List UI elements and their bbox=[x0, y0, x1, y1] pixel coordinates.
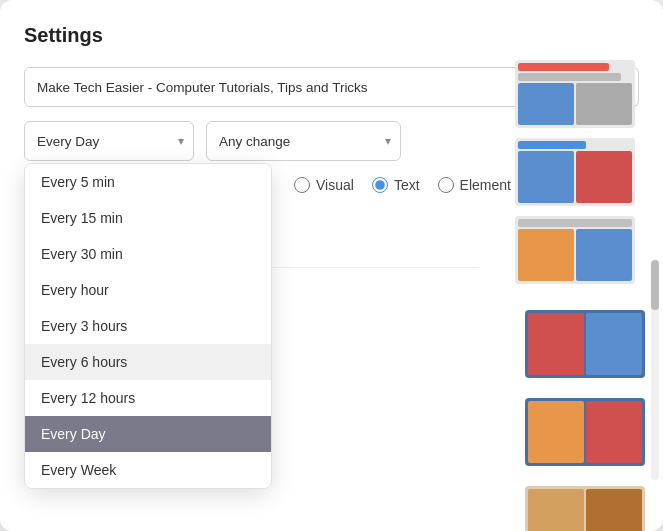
thumb-block bbox=[518, 229, 574, 281]
radio-visual-input[interactable] bbox=[294, 177, 310, 193]
radio-element-input[interactable] bbox=[438, 177, 454, 193]
page-title: Settings bbox=[24, 24, 639, 47]
scrollbar-thumb[interactable] bbox=[651, 260, 659, 310]
scrollbar[interactable] bbox=[651, 260, 659, 480]
thumb-block bbox=[586, 313, 642, 375]
radio-visual[interactable]: Visual bbox=[294, 177, 354, 193]
thumb-block bbox=[576, 229, 632, 281]
option-every-hour[interactable]: Every hour bbox=[25, 272, 271, 308]
thumb-block bbox=[586, 489, 642, 531]
thumb-block bbox=[528, 313, 584, 375]
frequency-dropdown-wrap: Every Day ▾ Every 5 min Every 15 min Eve… bbox=[24, 121, 194, 161]
radio-text-input[interactable] bbox=[372, 177, 388, 193]
thumb-block bbox=[576, 83, 632, 125]
thumb-bar bbox=[518, 63, 609, 71]
thumb-bar bbox=[518, 219, 632, 227]
thumb-img-row bbox=[518, 83, 632, 125]
thumb-img-row bbox=[528, 313, 642, 375]
change-select[interactable]: Any change bbox=[206, 121, 401, 161]
option-every-3-hours[interactable]: Every 3 hours bbox=[25, 308, 271, 344]
thumb-block bbox=[576, 151, 632, 203]
screenshot-thumb-4 bbox=[525, 310, 645, 378]
thumb-block bbox=[586, 401, 642, 463]
thumb-block bbox=[518, 83, 574, 125]
radio-element-label: Element bbox=[460, 177, 511, 193]
radio-text-label: Text bbox=[394, 177, 420, 193]
thumb-block bbox=[528, 489, 584, 531]
screenshot-thumb-1 bbox=[515, 60, 635, 128]
option-every-15-min[interactable]: Every 15 min bbox=[25, 200, 271, 236]
thumb-bar bbox=[518, 141, 586, 149]
screenshot-thumb-5 bbox=[525, 398, 645, 466]
frequency-dropdown-menu: Every 5 min Every 15 min Every 30 min Ev… bbox=[24, 163, 272, 489]
settings-window: Settings ✏️ Every Day ▾ Every 5 min Ever… bbox=[0, 0, 663, 531]
thumb-img-row bbox=[528, 489, 642, 531]
option-every-30-min[interactable]: Every 30 min bbox=[25, 236, 271, 272]
change-dropdown-wrap: Any change ▾ bbox=[206, 121, 401, 161]
thumb-block bbox=[518, 151, 574, 203]
option-every-day[interactable]: Every Day bbox=[25, 416, 271, 452]
bottom-thumbs bbox=[525, 310, 645, 531]
option-every-12-hours[interactable]: Every 12 hours bbox=[25, 380, 271, 416]
screenshot-thumb-2 bbox=[515, 138, 635, 206]
thumb-img-row bbox=[518, 151, 632, 203]
screenshot-thumb-3 bbox=[515, 216, 635, 284]
screenshot-thumb-6 bbox=[525, 486, 645, 531]
thumb-img-row bbox=[528, 401, 642, 463]
thumb-bar bbox=[518, 73, 621, 81]
option-every-week[interactable]: Every Week bbox=[25, 452, 271, 488]
right-panel bbox=[515, 60, 645, 294]
frequency-select[interactable]: Every Day bbox=[24, 121, 194, 161]
radio-text[interactable]: Text bbox=[372, 177, 420, 193]
radio-visual-label: Visual bbox=[316, 177, 354, 193]
thumb-img-row bbox=[518, 229, 632, 281]
option-every-6-hours[interactable]: Every 6 hours bbox=[25, 344, 271, 380]
option-every-5-min[interactable]: Every 5 min bbox=[25, 164, 271, 200]
radio-element[interactable]: Element bbox=[438, 177, 511, 193]
thumb-block bbox=[528, 401, 584, 463]
